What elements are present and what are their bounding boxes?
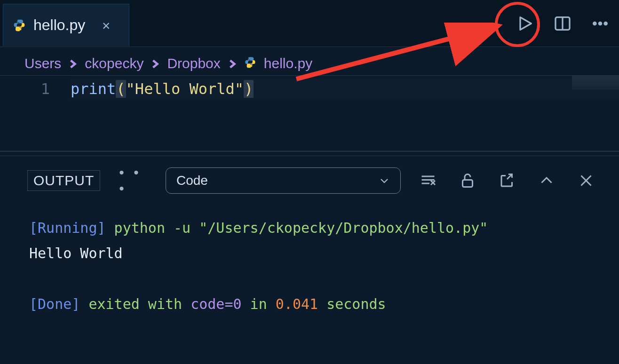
output-channel-select[interactable]: Code bbox=[166, 167, 401, 194]
minimap[interactable] bbox=[572, 76, 619, 90]
panel-more-views-icon[interactable]: • • • bbox=[119, 165, 147, 197]
output-done-tag: [Done] bbox=[29, 296, 80, 312]
output-in: in bbox=[242, 296, 276, 312]
chevron-right-icon bbox=[151, 55, 159, 71]
output-running-tag: [Running] bbox=[29, 220, 106, 236]
output-code-label: code= bbox=[190, 296, 233, 312]
svg-point-0 bbox=[16, 21, 17, 22]
output-time: 0.041 bbox=[276, 296, 318, 312]
python-icon bbox=[13, 18, 26, 32]
lock-scroll-icon[interactable] bbox=[459, 172, 476, 189]
svg-rect-16 bbox=[463, 180, 473, 187]
open-log-icon[interactable] bbox=[499, 172, 516, 189]
tab-actions bbox=[516, 0, 610, 47]
select-value: Code bbox=[176, 173, 208, 188]
svg-point-6 bbox=[599, 22, 601, 24]
breadcrumb: Users ckopecky Dropbox hello.py bbox=[0, 47, 619, 76]
tab-filename: hello.py bbox=[33, 16, 85, 34]
chevron-down-icon bbox=[379, 175, 390, 186]
svg-point-1 bbox=[21, 28, 22, 29]
code-editor[interactable]: 1 print("Hello World") bbox=[0, 76, 619, 151]
panel-header: OUTPUT • • • Code bbox=[27, 165, 595, 197]
code-line: 1 print("Hello World") bbox=[0, 79, 619, 99]
python-icon bbox=[244, 55, 256, 71]
breadcrumb-file[interactable]: hello.py bbox=[264, 55, 312, 71]
run-button[interactable] bbox=[516, 14, 534, 33]
output-seconds: seconds bbox=[318, 296, 386, 312]
output-panel: OUTPUT • • • Code [Running] python -u "/… bbox=[0, 156, 619, 317]
tab-bar: hello.py ✕ bbox=[0, 0, 619, 47]
token-paren: ( bbox=[116, 80, 126, 98]
chevron-right-icon bbox=[228, 55, 237, 71]
svg-marker-2 bbox=[520, 17, 531, 30]
breadcrumb-segment[interactable]: Dropbox bbox=[167, 55, 220, 71]
token-function: print bbox=[71, 80, 116, 98]
breadcrumb-segment[interactable]: Users bbox=[24, 55, 61, 71]
breadcrumb-segment[interactable]: ckopecky bbox=[85, 55, 143, 71]
svg-point-5 bbox=[594, 22, 596, 24]
terminal-output[interactable]: [Running] python -u "/Users/ckopecky/Dro… bbox=[27, 197, 595, 317]
output-stdout: Hello World bbox=[29, 245, 123, 261]
chevron-right-icon bbox=[69, 55, 77, 71]
svg-point-10 bbox=[252, 65, 253, 66]
output-code-value: 0 bbox=[233, 296, 242, 312]
editor-tab[interactable]: hello.py ✕ bbox=[3, 4, 129, 46]
line-number: 1 bbox=[0, 79, 71, 99]
panel-divider[interactable] bbox=[0, 151, 619, 156]
close-panel-icon[interactable] bbox=[578, 172, 595, 189]
token-string: "Hello World" bbox=[126, 80, 244, 98]
svg-point-7 bbox=[604, 22, 607, 24]
output-done-text: exited with bbox=[80, 296, 190, 312]
clear-output-icon[interactable] bbox=[420, 172, 436, 189]
chevron-up-icon[interactable] bbox=[538, 172, 555, 189]
svg-point-9 bbox=[248, 58, 249, 59]
code-content[interactable]: print("Hello World") bbox=[71, 79, 619, 99]
close-icon[interactable]: ✕ bbox=[102, 17, 110, 33]
more-actions-icon[interactable] bbox=[591, 14, 610, 33]
panel-tab-output[interactable]: OUTPUT bbox=[27, 170, 100, 191]
output-running-cmd: python -u "/Users/ckopecky/Dropbox/hello… bbox=[106, 220, 488, 236]
token-paren: ) bbox=[244, 80, 254, 98]
split-editor-icon[interactable] bbox=[553, 14, 572, 33]
